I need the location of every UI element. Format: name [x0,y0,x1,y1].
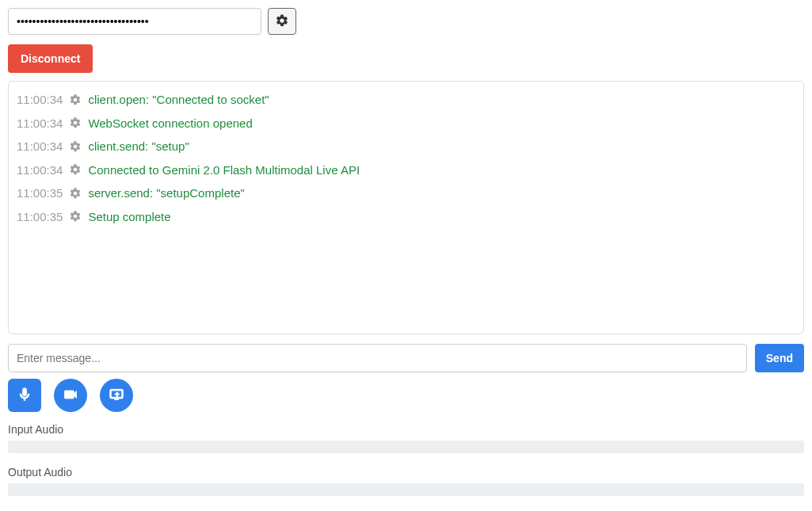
log-time: 11:00:35 [17,207,63,227]
gear-icon [275,13,289,30]
send-button[interactable]: Send [755,344,804,372]
log-message: Setup complete [88,207,170,227]
log-line: 11:00:34Connected to Gemini 2.0 Flash Mu… [17,158,795,182]
input-audio-meter [8,440,804,453]
input-audio-label: Input Audio [8,423,804,436]
gear-icon [69,93,82,106]
log-time: 11:00:34 [17,136,63,157]
log-panel[interactable]: 11:00:34client.open: "Connected to socke… [8,81,804,334]
log-time: 11:00:34 [17,90,63,110]
media-row [8,379,804,412]
gear-icon [69,163,82,176]
log-line: 11:00:34client.open: "Connected to socke… [17,88,795,112]
microphone-icon [17,387,32,405]
log-line: 11:00:34client.send: "setup" [17,135,795,158]
output-audio-label: Output Audio [8,466,804,479]
log-line: 11:00:35server.send: "setupComplete" [17,181,795,205]
disconnect-button[interactable]: Disconnect [8,44,93,73]
api-key-input[interactable] [8,8,261,35]
gear-icon [69,116,82,129]
log-message: WebSocket connection opened [88,113,252,134]
top-row [8,8,804,35]
log-line: 11:00:34WebSocket connection opened [17,112,795,135]
log-message: client.send: "setup" [88,136,189,157]
gear-icon [69,187,82,200]
log-message: Connected to Gemini 2.0 Flash Multimodal… [88,160,360,181]
gear-icon [69,140,82,153]
log-message: server.send: "setupComplete" [88,183,244,204]
screenshare-icon [109,387,124,405]
camera-button[interactable] [54,379,87,412]
message-input[interactable] [8,344,747,372]
output-audio-meter [8,483,804,496]
microphone-button[interactable] [8,379,41,412]
log-message: client.open: "Connected to socket" [88,90,269,110]
log-line: 11:00:35Setup complete [17,205,795,229]
log-time: 11:00:34 [17,113,63,134]
log-time: 11:00:34 [17,160,63,181]
log-time: 11:00:35 [17,183,63,204]
gear-icon [69,210,82,223]
camera-icon [63,387,78,405]
settings-button[interactable] [268,8,296,35]
screenshare-button[interactable] [100,379,133,412]
message-row: Send [8,344,804,372]
